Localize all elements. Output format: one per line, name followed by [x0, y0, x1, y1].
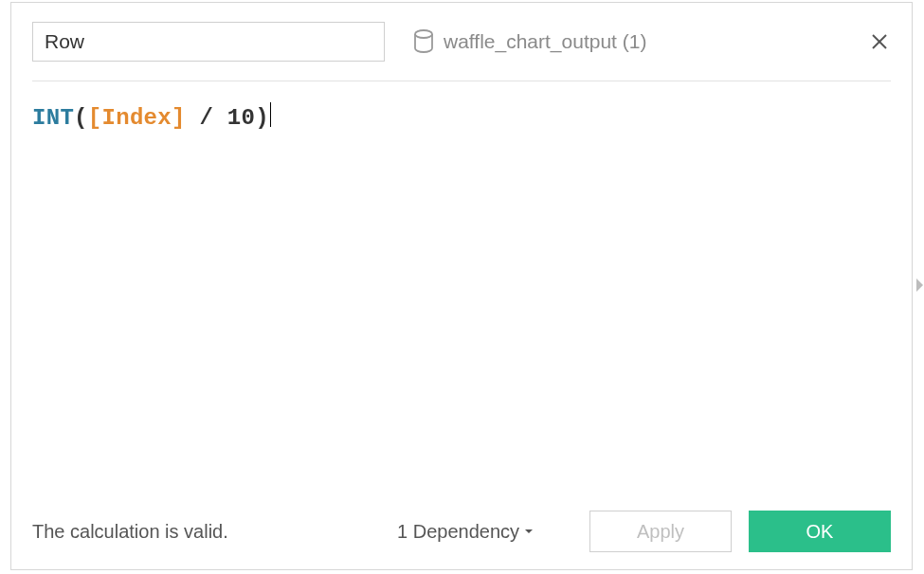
chevron-right-icon — [914, 276, 924, 295]
datasource-indicator[interactable]: waffle_chart_output (1) — [413, 29, 840, 54]
validation-status: The calculation is valid. — [32, 521, 228, 543]
text-cursor — [270, 102, 272, 127]
field-name-input[interactable] — [32, 22, 385, 62]
expand-panel-button[interactable] — [914, 276, 924, 298]
datasource-label: waffle_chart_output (1) — [444, 30, 646, 53]
close-icon — [870, 32, 889, 51]
token-paren-open: ( — [74, 105, 88, 131]
database-icon — [413, 29, 434, 54]
token-function: INT — [32, 105, 74, 131]
token-operator: / — [186, 105, 227, 131]
footer-row: The calculation is valid. 1 Dependency A… — [32, 511, 891, 552]
calculation-editor-dialog: waffle_chart_output (1) INT([Index] / 10… — [10, 2, 913, 570]
dependencies-label: 1 Dependency — [397, 521, 519, 543]
token-number: 10 — [227, 105, 255, 131]
ok-button[interactable]: OK — [749, 511, 891, 552]
svg-point-0 — [415, 30, 432, 38]
formula-editor[interactable]: INT([Index] / 10) — [32, 81, 891, 511]
caret-down-icon — [523, 526, 534, 537]
token-paren-close: ) — [255, 105, 269, 131]
apply-button[interactable]: Apply — [589, 511, 732, 552]
token-field: [Index] — [88, 105, 186, 131]
close-button[interactable] — [868, 30, 891, 53]
dependencies-dropdown[interactable]: 1 Dependency — [397, 521, 534, 543]
header-row: waffle_chart_output (1) — [32, 20, 891, 63]
